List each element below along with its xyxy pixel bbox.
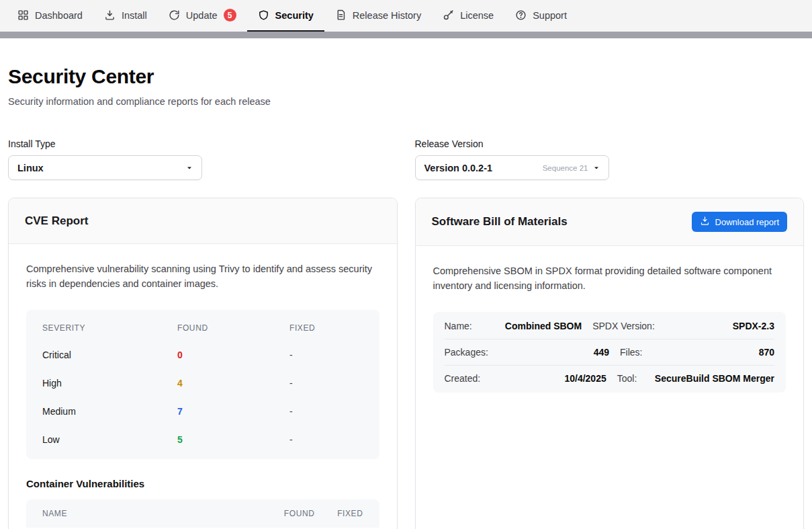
sbom-info-row: Packages: 449 Files: 870 — [445, 339, 775, 366]
severity-fixed-value: - — [289, 378, 363, 389]
dashboard-icon — [17, 9, 29, 21]
found-col-header: FOUND — [177, 323, 289, 333]
sbom-field-value: 870 — [653, 347, 774, 358]
update-icon — [169, 9, 180, 21]
nav-item-dashboard[interactable]: Dashboard — [7, 0, 93, 32]
update-count-badge: 5 — [224, 9, 236, 22]
sbom-field-value: SPDX-2.3 — [666, 321, 774, 331]
sbom-field-label: Tool: — [617, 373, 637, 384]
nav-label-support: Support — [533, 10, 567, 21]
download-report-button[interactable]: Download report — [692, 212, 787, 232]
filters-row: Install Type Linux Release Version Versi… — [8, 138, 804, 180]
report-cards: CVE Report Comprehensive vulnerability s… — [8, 198, 804, 529]
container-vulnerabilities-title: Container Vulnerabilities — [26, 478, 379, 489]
nav-label-license: License — [460, 10, 494, 21]
sbom-body: Comprehensive SBOM in SPDX format provid… — [416, 246, 804, 411]
release-version-select[interactable]: Version 0.0.2-1 Sequence 21 — [415, 155, 609, 180]
release-version-label: Release Version — [415, 138, 805, 149]
sbom-field-label: Created: — [445, 373, 481, 384]
sbom-field-value: Combined SBOM — [483, 321, 582, 331]
fixed-col-header: FIXED — [289, 323, 363, 333]
severity-fixed-value: - — [289, 406, 363, 417]
severity-row-medium: Medium 7 - — [42, 397, 363, 425]
severity-fixed-value: - — [289, 350, 363, 360]
found-col-header: FOUND — [255, 509, 315, 518]
top-navigation: Dashboard Install Update 5 Security Rele… — [0, 0, 812, 32]
sbom-info-row: Name: Combined SBOM SPDX Version: SPDX-2… — [445, 313, 775, 339]
cve-report-title: CVE Report — [25, 214, 88, 228]
sbom-field-value: 449 — [499, 347, 609, 358]
sbom-field-label: SPDX Version: — [592, 321, 655, 331]
severity-found-count: 0 — [177, 350, 289, 360]
nav-label-update: Update — [186, 10, 218, 21]
nav-item-release-history[interactable]: Release History — [324, 0, 432, 32]
nav-label-dashboard: Dashboard — [35, 10, 83, 21]
severity-found-count: 4 — [177, 378, 289, 389]
sbom-field-label: Files: — [620, 347, 642, 358]
sbom-field-label: Packages: — [445, 347, 488, 358]
download-icon — [700, 216, 710, 228]
severity-row-high: High 4 - — [42, 369, 363, 397]
chevron-down-icon — [186, 162, 193, 174]
sbom-field-value: 10/4/2025 — [491, 373, 606, 384]
install-type-label: Install Type — [8, 138, 398, 149]
nav-item-license[interactable]: License — [432, 0, 504, 32]
sbom-description: Comprehensive SBOM in SPDX format provid… — [433, 264, 786, 294]
sbom-card: Software Bill of Materials Download repo… — [415, 198, 805, 529]
nav-item-update[interactable]: Update 5 — [158, 0, 247, 32]
install-type-filter: Install Type Linux — [8, 138, 398, 180]
container-vulnerabilities-header: NAME FOUND FIXED — [26, 499, 379, 528]
nav-label-release-history: Release History — [353, 10, 421, 21]
security-shield-icon — [258, 9, 269, 21]
severity-table-header: SEVERITY FOUND FIXED — [42, 314, 363, 341]
nav-item-security[interactable]: Security — [247, 0, 324, 32]
sbom-field-label: Name: — [445, 321, 472, 331]
cve-report-body: Comprehensive vulnerability scanning usi… — [9, 244, 397, 529]
main-content: Security Center Security information and… — [0, 38, 812, 529]
page-subtitle: Security information and compliance repo… — [8, 96, 804, 107]
nav-label-install: Install — [122, 10, 147, 21]
sbom-info-table: Name: Combined SBOM SPDX Version: SPDX-2… — [433, 312, 786, 393]
support-help-icon — [515, 9, 527, 21]
sbom-info-row: Created: 10/4/2025 Tool: SecureBuild SBO… — [445, 366, 775, 391]
severity-fixed-value: - — [289, 434, 363, 445]
nav-label-security: Security — [275, 10, 314, 21]
severity-found-count: 5 — [177, 434, 289, 445]
severity-row-critical: Critical 0 - — [42, 341, 363, 369]
download-report-label: Download report — [715, 217, 779, 227]
severity-table: SEVERITY FOUND FIXED Critical 0 - High 4… — [26, 310, 379, 459]
sbom-header: Software Bill of Materials Download repo… — [416, 198, 804, 246]
name-col-header: NAME — [42, 509, 255, 518]
divider-bar — [0, 32, 812, 38]
severity-label: High — [42, 378, 177, 389]
sbom-field-value: SecureBuild SBOM Merger — [647, 373, 774, 384]
nav-item-support[interactable]: Support — [504, 0, 578, 32]
cve-report-card: CVE Report Comprehensive vulnerability s… — [8, 198, 398, 529]
fixed-col-header: FIXED — [315, 509, 363, 518]
sbom-title: Software Bill of Materials — [432, 215, 568, 229]
severity-label: Low — [42, 434, 177, 445]
severity-found-count: 7 — [177, 406, 289, 417]
license-key-icon — [443, 9, 454, 21]
severity-col-header: SEVERITY — [42, 323, 177, 333]
release-history-icon — [335, 9, 347, 21]
cve-report-header: CVE Report — [9, 198, 397, 244]
severity-label: Medium — [42, 406, 177, 417]
install-type-value: Linux — [17, 163, 44, 173]
severity-label: Critical — [42, 350, 177, 360]
release-version-value: Version 0.0.2-1 — [424, 163, 493, 173]
release-version-filter: Release Version Version 0.0.2-1 Sequence… — [415, 138, 805, 180]
sequence-label: Sequence 21 — [543, 164, 588, 172]
severity-row-low: Low 5 - — [42, 425, 363, 454]
install-type-select[interactable]: Linux — [8, 155, 202, 180]
install-icon — [104, 9, 116, 21]
nav-item-install[interactable]: Install — [93, 0, 158, 32]
chevron-down-icon — [593, 162, 600, 174]
cve-report-description: Comprehensive vulnerability scanning usi… — [26, 262, 379, 292]
page-title: Security Center — [8, 65, 804, 88]
